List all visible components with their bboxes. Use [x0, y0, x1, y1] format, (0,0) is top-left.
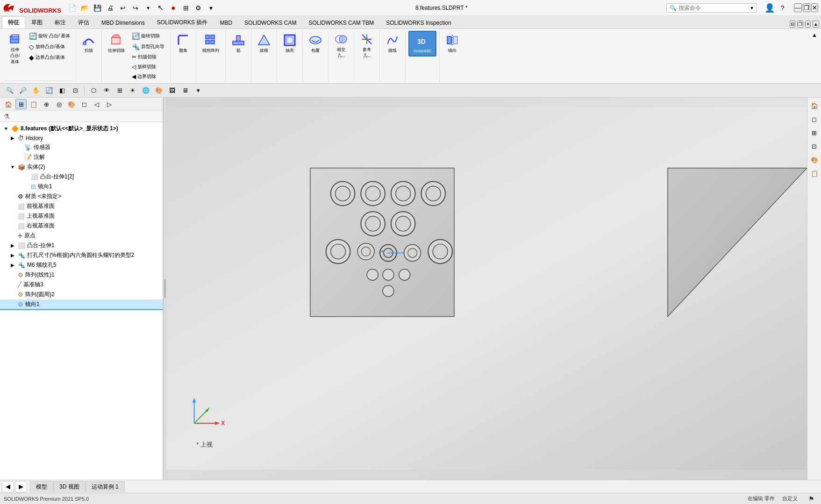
- tab-mbd-dimensions[interactable]: MBD Dimensions: [95, 16, 151, 28]
- ribbon-collapse-btn[interactable]: ▲: [810, 30, 819, 82]
- ribbon-minimize-button[interactable]: ⊟: [790, 21, 795, 28]
- hole-wizard-button[interactable]: 🔩 异型孔向导: [129, 42, 167, 52]
- sidebar-item-circular-pattern[interactable]: ⚙ 阵列(圆周)2: [0, 290, 163, 299]
- tab-mbd[interactable]: MBD: [214, 16, 238, 28]
- select-button[interactable]: ↖: [155, 2, 166, 14]
- view-appearance-button[interactable]: 🎨: [153, 85, 165, 96]
- print-button[interactable]: 🖨: [105, 2, 116, 14]
- rib-button[interactable]: 筋: [228, 31, 248, 57]
- sidebar-item-mirror1[interactable]: ⚙ 镜向1: [0, 299, 163, 310]
- sweep-cut-button[interactable]: ✂ 扫描切除: [129, 52, 167, 62]
- mirror-ribbon-button[interactable]: 镜向: [443, 31, 462, 57]
- tab-features[interactable]: 特征: [2, 16, 25, 28]
- view-display2-button[interactable]: 🖥: [179, 85, 191, 96]
- shell-button[interactable]: 抽壳: [280, 31, 300, 57]
- ribbon-collapse-button[interactable]: ▲: [813, 21, 819, 28]
- sidebar-config-button[interactable]: ⊕: [41, 99, 52, 109]
- sidebar-expand-button[interactable]: ▷: [104, 99, 115, 109]
- rebuild-button[interactable]: ●: [168, 2, 179, 14]
- view-light-button[interactable]: ☀: [127, 85, 139, 96]
- search-box[interactable]: 🔍 ▾: [666, 3, 757, 13]
- history-expander[interactable]: ▶: [9, 135, 16, 142]
- solid-expander[interactable]: ▼: [9, 164, 16, 170]
- minimize-button[interactable]: —: [794, 3, 802, 12]
- view-sel-button[interactable]: ⊡: [69, 85, 81, 96]
- view-hide-button[interactable]: 👁: [100, 85, 113, 96]
- rt-settings-button[interactable]: 📋: [808, 167, 821, 179]
- tab-3d-view[interactable]: 3D 视图: [53, 481, 86, 492]
- reference-button[interactable]: 参考几...: [357, 31, 377, 61]
- view-rotate-button[interactable]: 🔄: [43, 85, 55, 96]
- bottom-nav-next-button[interactable]: ▶: [15, 481, 27, 492]
- rt-appearance-button[interactable]: 🎨: [808, 154, 821, 166]
- root-expander[interactable]: ▼: [3, 126, 9, 132]
- sidebar-home-button[interactable]: 🏠: [3, 99, 14, 109]
- tab-evaluate[interactable]: 评估: [72, 16, 95, 28]
- m6-hole-expander[interactable]: ▶: [9, 262, 16, 269]
- sidebar-item-top-plane[interactable]: ⬜ 上视基准面: [0, 211, 163, 221]
- sidebar-item-material[interactable]: ⚙ 材质 <未指定>: [0, 192, 163, 201]
- save-button[interactable]: 💾: [92, 2, 103, 14]
- view-display-button[interactable]: ◧: [56, 85, 68, 96]
- wrap-button[interactable]: 包覆: [306, 31, 325, 57]
- options-button[interactable]: ▾: [143, 2, 154, 14]
- sidebar-item-linear-pattern[interactable]: ⚙ 阵列(线性)1: [0, 270, 163, 280]
- sidebar-selection-button[interactable]: ◻: [79, 99, 90, 109]
- rt-display-button[interactable]: ⊞: [808, 127, 821, 139]
- sidebar-item-boss1-child[interactable]: ⬜ 凸台-拉伸1[2]: [0, 172, 163, 182]
- boundary-boss-button[interactable]: ◆ 边界凸台/基体: [26, 52, 73, 63]
- tab-sw-cam-tbm[interactable]: SOLIDWORKS CAM TBM: [302, 16, 380, 28]
- tab-sw-cam[interactable]: SOLIDWORKS CAM: [238, 16, 302, 28]
- viewport[interactable]: * X: [166, 98, 807, 480]
- view-pan-button[interactable]: ✋: [30, 85, 42, 96]
- sidebar-item-ref-axis[interactable]: ╱ 基准轴3: [0, 280, 163, 290]
- view-realview-button[interactable]: 🌐: [140, 85, 152, 96]
- view-style-button[interactable]: ⬡: [87, 85, 100, 96]
- intersect-button[interactable]: 相交几...: [331, 31, 351, 61]
- view-section-button[interactable]: ⊞: [114, 85, 126, 96]
- view-scene-button[interactable]: 🖼: [166, 85, 178, 96]
- sidebar-appearance-button[interactable]: 🎨: [66, 99, 77, 109]
- settings-button[interactable]: ⚙: [193, 2, 204, 14]
- sidebar-item-front-plane[interactable]: ⬜ 前视基准面: [0, 201, 163, 211]
- undo-button[interactable]: ↩: [117, 2, 129, 14]
- linear-pattern-button[interactable]: 线性阵列: [199, 31, 222, 57]
- instant3d-button[interactable]: 3D Instant3D: [408, 31, 436, 57]
- boss-extrude1-expander[interactable]: ▶: [9, 242, 16, 249]
- sidebar-display-button[interactable]: ◎: [53, 99, 64, 109]
- sweep-button[interactable]: 扫描: [79, 31, 99, 57]
- extrude-boss-button[interactable]: 拉伸凸台/基体: [5, 31, 25, 67]
- loft-cut-button[interactable]: ◁ 放样切除: [129, 62, 167, 71]
- view-settings-button[interactable]: ⊞: [180, 2, 192, 14]
- redo-button[interactable]: ↪: [130, 2, 141, 14]
- hole-wizard-expander[interactable]: ▶: [9, 252, 16, 259]
- tab-sw-inspection[interactable]: SOLIDWORKS Inspection: [380, 16, 457, 28]
- sidebar-item-sensor[interactable]: 📡 传感器: [0, 142, 163, 152]
- sidebar-item-hole-wizard[interactable]: ▶ 🔩 打孔尺寸(%根据)内六角圆柱头螺钉的类型2: [0, 250, 163, 260]
- ribbon-restore-button[interactable]: ❐: [797, 21, 803, 28]
- sidebar-item-right-plane[interactable]: ⬜ 右视基准面: [0, 221, 163, 231]
- sidebar-item-m6-hole[interactable]: ▶ 🔩 M6 螺纹孔5: [0, 260, 163, 270]
- restore-button[interactable]: ❐: [803, 3, 810, 12]
- sidebar-property-button[interactable]: 📋: [28, 99, 39, 109]
- help-button[interactable]: ?: [777, 2, 788, 14]
- boundary-cut-button[interactable]: ◀ 边界切除: [129, 72, 167, 81]
- feature-tree-root[interactable]: ▼ 🔶 8.features (默认<<默认>_显示状态 1>): [0, 124, 163, 134]
- draft-button[interactable]: 拔模: [254, 31, 274, 57]
- ribbon-close-button[interactable]: ✕: [805, 21, 811, 28]
- tab-annotation[interactable]: 标注: [49, 16, 72, 28]
- sidebar-item-mirror1-child[interactable]: ⊟ 镜向1: [0, 182, 163, 192]
- rt-home-button[interactable]: 🏠: [808, 99, 821, 112]
- sidebar-feature-tree-button[interactable]: ⊞: [15, 99, 27, 109]
- sidebar-item-origin[interactable]: ✚ 原点: [0, 231, 163, 241]
- bottom-nav-prev-button[interactable]: ◀: [2, 481, 14, 492]
- search-dropdown-icon[interactable]: ▾: [750, 5, 753, 11]
- sidebar-item-annotation[interactable]: 📝 注解: [0, 152, 163, 162]
- sidebar-item-solid[interactable]: ▼ 📦 实体(2): [0, 162, 163, 172]
- tab-model[interactable]: 模型: [30, 481, 53, 492]
- open-button[interactable]: 📂: [79, 2, 91, 14]
- search-input[interactable]: [678, 5, 749, 11]
- curves-button[interactable]: 曲线: [383, 31, 402, 57]
- rt-view-button[interactable]: ◻: [808, 113, 821, 125]
- settings-arrow-button[interactable]: ▾: [206, 2, 217, 14]
